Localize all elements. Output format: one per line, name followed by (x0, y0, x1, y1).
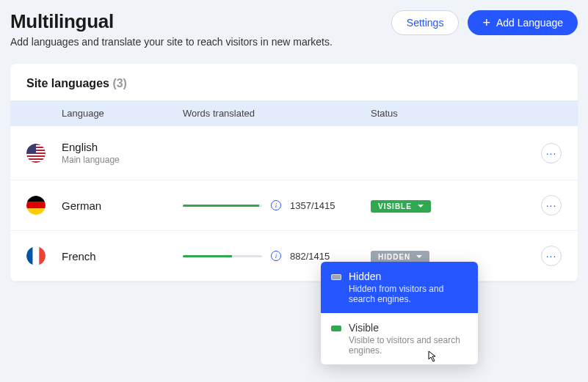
status-dropdown[interactable]: HIDDEN (371, 251, 429, 263)
swatch-visible-icon (331, 326, 341, 331)
svg-rect-15 (33, 246, 40, 265)
dropdown-option-visible[interactable]: Visible Visible to visitors and search e… (321, 313, 478, 364)
language-sub: Main language (62, 155, 183, 165)
column-language: Language (62, 108, 183, 119)
dropdown-option-hidden[interactable]: Hidden Hidden from visitors and search e… (321, 262, 478, 313)
status-dropdown[interactable]: VISIBLE (371, 200, 431, 213)
language-name: German (62, 199, 183, 212)
progress-bar (183, 205, 262, 207)
dropdown-option-title: Hidden (349, 271, 468, 282)
column-status: Status (371, 108, 532, 119)
dropdown-option-title: Visible (349, 322, 468, 334)
svg-rect-7 (26, 160, 46, 161)
svg-rect-5 (26, 154, 46, 155)
dropdown-option-desc: Hidden from visitors and search engines. (349, 284, 468, 304)
status-dropdown-menu: Hidden Hidden from visitors and search e… (321, 262, 478, 364)
swatch-hidden-icon (331, 274, 341, 280)
row-actions-button[interactable]: ··· (541, 195, 562, 216)
page-title: Multilingual (10, 10, 333, 33)
cursor-icon (425, 350, 437, 364)
words-count: 882/1415 (290, 251, 330, 262)
chevron-down-icon (418, 205, 424, 207)
progress-bar (183, 255, 262, 257)
add-language-button[interactable]: + Add Language (468, 10, 578, 35)
words-count: 1357/1415 (290, 200, 335, 211)
card-count: (3) (112, 77, 127, 89)
info-icon[interactable]: i (271, 251, 281, 261)
flag-french-icon (26, 246, 46, 265)
svg-rect-10 (26, 196, 46, 202)
language-name: French (62, 250, 183, 262)
dropdown-option-desc: Visible to visitors and search engines. (349, 335, 468, 356)
language-name: English (62, 141, 183, 153)
table-header: Language Words translated Status (10, 100, 578, 126)
page-subtitle: Add languages and translate your site to… (10, 36, 333, 48)
svg-rect-16 (39, 246, 46, 265)
info-icon[interactable]: i (271, 200, 281, 210)
svg-rect-14 (26, 246, 33, 265)
svg-rect-12 (26, 208, 46, 215)
languages-card: Site languages (3) Language Words transl… (10, 64, 578, 282)
table-row: French i 882/1415 HIDDEN ··· (10, 231, 578, 282)
table-row: English Main language ··· (10, 126, 578, 180)
flag-english-icon (26, 144, 46, 163)
svg-rect-11 (26, 202, 46, 209)
card-title-text: Site languages (26, 77, 109, 89)
svg-rect-8 (26, 144, 36, 153)
settings-button[interactable]: Settings (391, 10, 460, 35)
row-actions-button[interactable]: ··· (541, 246, 562, 266)
status-label: VISIBLE (378, 202, 412, 210)
add-language-label: Add Language (496, 17, 563, 29)
table-row: German i 1357/1415 VISIBLE ··· (10, 180, 578, 231)
card-title: Site languages (3) (10, 64, 578, 100)
row-actions-button[interactable]: ··· (541, 143, 562, 164)
status-label: HIDDEN (378, 253, 410, 261)
svg-rect-6 (26, 157, 46, 158)
flag-german-icon (26, 196, 46, 215)
chevron-down-icon (416, 255, 422, 258)
plus-icon: + (482, 16, 490, 29)
settings-label: Settings (407, 17, 444, 29)
column-words: Words translated (183, 108, 371, 119)
